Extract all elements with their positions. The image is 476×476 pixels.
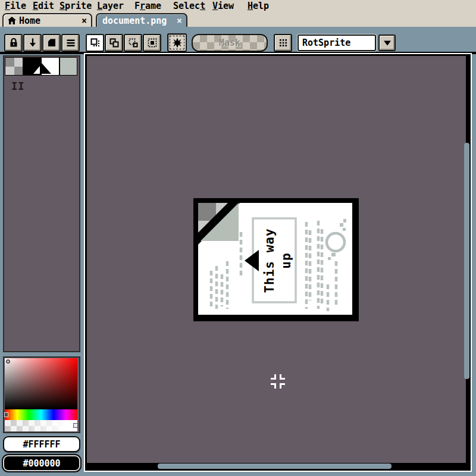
horizontal-scrollbar-thumb[interactable]	[158, 464, 392, 469]
menu-file[interactable]: File	[5, 1, 26, 12]
hue-slider[interactable]	[5, 409, 77, 420]
background-color-button[interactable]: #000000	[3, 455, 80, 471]
aseprite-window: File Edit Sprite Layer Frame Select View…	[0, 0, 476, 476]
color-picker-panel	[3, 356, 80, 433]
select-replace-icon	[89, 37, 101, 49]
lock-icon	[8, 37, 20, 49]
transform-handles-icon	[171, 37, 183, 49]
drop-down-dock-button[interactable]	[23, 34, 42, 52]
tab-home[interactable]: Home ×	[2, 13, 92, 27]
tab-home-label: Home	[19, 15, 79, 26]
dropdown-arrow-icon	[382, 38, 393, 48]
menu-sprite[interactable]: Sprite	[60, 1, 92, 12]
vertical-scrollbar-thumb[interactable]	[464, 143, 469, 379]
selection-mode-intersect-button[interactable]	[143, 34, 161, 52]
menu-frame[interactable]: Frame	[134, 1, 161, 12]
hue-selector[interactable]	[4, 412, 8, 417]
context-bar: Mask RotSprite	[0, 27, 476, 52]
menu-view[interactable]: View	[212, 1, 234, 12]
tab-home-close-icon[interactable]: ×	[79, 15, 91, 26]
ink-icon	[46, 37, 58, 49]
rotation-algorithm-dropdown[interactable]: RotSprite	[298, 35, 376, 51]
menu-select[interactable]: Select	[173, 1, 205, 12]
editor-viewport: This way up	[84, 53, 472, 472]
lock-button[interactable]	[4, 34, 23, 52]
background-hex-label: #000000	[23, 458, 60, 469]
menu-help[interactable]: Help	[248, 1, 269, 12]
selection-mode-add-button[interactable]	[105, 34, 123, 52]
sv-selector-dot[interactable]	[6, 359, 10, 364]
alpha-selector[interactable]	[73, 423, 78, 428]
sprite-label-line1: This way	[262, 228, 277, 293]
pixel-grid-icon	[277, 37, 289, 49]
mask-button-label: Mask	[219, 37, 240, 48]
swatch-fold-mark	[33, 66, 40, 74]
foreground-hex-label: #FFFFFF	[23, 439, 60, 450]
menu-edit[interactable]: Edit	[33, 1, 54, 12]
transform-handles-button[interactable]	[167, 33, 187, 52]
select-intersect-icon	[146, 37, 158, 49]
swatch-fold-mark	[42, 63, 51, 74]
rotation-algorithm-dropdown-button[interactable]	[378, 35, 396, 51]
mask-button[interactable]: Mask	[192, 34, 268, 52]
transparency-checker-corner	[198, 203, 240, 245]
foreground-color-button[interactable]: #FFFFFF	[3, 436, 80, 452]
sprite-label-line2: up	[279, 252, 293, 268]
pixel-grid-button[interactable]	[274, 34, 292, 52]
crosshair-cursor	[270, 374, 286, 389]
palette-swatch-white[interactable]	[42, 58, 59, 75]
ink-button[interactable]	[42, 34, 61, 52]
tab-document-label: document.png	[97, 15, 174, 26]
palette-swatch-transparent[interactable]	[5, 58, 23, 75]
alpha-slider[interactable]	[5, 420, 77, 431]
menu-bar: File Edit Sprite Layer Frame Select View…	[0, 0, 476, 12]
rotation-algorithm-value: RotSprite	[302, 37, 350, 48]
arrow-down-icon	[27, 37, 39, 49]
tab-document-png[interactable]: document.png ×	[96, 13, 187, 27]
options-button[interactable]	[61, 34, 80, 52]
home-icon	[8, 17, 16, 24]
palette-marker-text: II	[11, 80, 24, 92]
palette-swatch-black[interactable]	[24, 58, 41, 75]
saturation-value-picker[interactable]	[5, 358, 77, 409]
select-subtract-icon	[127, 37, 139, 49]
tab-document-close-icon[interactable]: ×	[174, 15, 186, 26]
palette-swatch-gray[interactable]	[60, 58, 77, 75]
document-sprite[interactable]: This way up	[193, 198, 359, 321]
menu-layer[interactable]: Layer	[97, 1, 124, 12]
palette-swatch-row	[5, 57, 77, 76]
selection-mode-replace-button[interactable]	[86, 34, 104, 52]
selection-mode-subtract-button[interactable]	[124, 34, 142, 52]
select-add-icon	[108, 37, 120, 49]
hamburger-icon	[65, 37, 77, 49]
palette-panel: II	[3, 55, 80, 352]
